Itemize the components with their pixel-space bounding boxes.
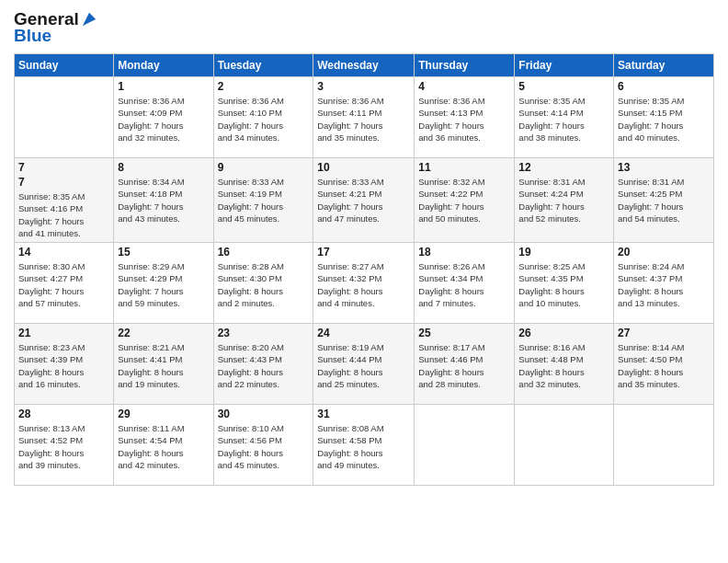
day-number: 10 [317, 161, 410, 174]
day-info: Sunrise: 8:36 AMSunset: 4:11 PMDaylight:… [317, 95, 410, 144]
day-info: Sunrise: 8:08 AMSunset: 4:58 PMDaylight:… [317, 422, 410, 471]
day-number: 3 [317, 80, 410, 93]
calendar-week-5: 28Sunrise: 8:13 AMSunset: 4:52 PMDayligh… [15, 405, 714, 486]
calendar-cell: 14Sunrise: 8:30 AMSunset: 4:27 PMDayligh… [15, 243, 114, 324]
day-info: Sunrise: 8:28 AMSunset: 4:30 PMDaylight:… [218, 260, 310, 309]
day-info: Sunrise: 8:19 AMSunset: 4:44 PMDaylight:… [317, 341, 410, 390]
calendar-cell: 6Sunrise: 8:35 AMSunset: 4:15 PMDaylight… [614, 77, 714, 158]
logo-icon [81, 11, 97, 28]
calendar-week-2: 77Sunrise: 8:35 AMSunset: 4:16 PMDayligh… [15, 158, 714, 243]
day-number: 14 [18, 246, 109, 259]
calendar-cell: 2Sunrise: 8:36 AMSunset: 4:10 PMDaylight… [213, 77, 313, 158]
calendar-cell: 10Sunrise: 8:33 AMSunset: 4:21 PMDayligh… [313, 158, 415, 243]
col-header-wednesday: Wednesday [313, 54, 415, 77]
calendar-week-4: 21Sunrise: 8:23 AMSunset: 4:39 PMDayligh… [15, 324, 714, 405]
day-number: 8 [118, 161, 209, 174]
calendar-cell: 31Sunrise: 8:08 AMSunset: 4:58 PMDayligh… [313, 405, 415, 486]
day-info: Sunrise: 8:35 AMSunset: 4:16 PMDaylight:… [18, 190, 109, 239]
calendar-cell: 26Sunrise: 8:16 AMSunset: 4:48 PMDayligh… [515, 324, 614, 405]
calendar-cell: 17Sunrise: 8:27 AMSunset: 4:32 PMDayligh… [313, 243, 415, 324]
day-number: 27 [618, 327, 710, 339]
calendar-cell: 8Sunrise: 8:34 AMSunset: 4:18 PMDaylight… [114, 158, 213, 243]
calendar-cell: 15Sunrise: 8:29 AMSunset: 4:29 PMDayligh… [114, 243, 213, 324]
day-info: Sunrise: 8:23 AMSunset: 4:39 PMDaylight:… [18, 341, 109, 390]
calendar-cell: 22Sunrise: 8:21 AMSunset: 4:41 PMDayligh… [114, 324, 213, 405]
day-info: Sunrise: 8:24 AMSunset: 4:37 PMDaylight:… [618, 260, 710, 309]
calendar-cell: 23Sunrise: 8:20 AMSunset: 4:43 PMDayligh… [213, 324, 313, 405]
calendar-week-3: 14Sunrise: 8:30 AMSunset: 4:27 PMDayligh… [15, 243, 714, 324]
svg-marker-0 [83, 13, 96, 26]
day-number: 4 [418, 80, 510, 93]
day-number: 20 [618, 246, 710, 259]
day-number: 1 [118, 80, 209, 93]
col-header-sunday: Sunday [15, 54, 114, 77]
day-info: Sunrise: 8:20 AMSunset: 4:43 PMDaylight:… [218, 341, 310, 390]
calendar-cell: 16Sunrise: 8:28 AMSunset: 4:30 PMDayligh… [213, 243, 313, 324]
day-number: 25 [418, 327, 510, 339]
calendar-cell: 20Sunrise: 8:24 AMSunset: 4:37 PMDayligh… [614, 243, 714, 324]
day-info: Sunrise: 8:16 AMSunset: 4:48 PMDaylight:… [518, 341, 609, 390]
day-info: Sunrise: 8:31 AMSunset: 4:24 PMDaylight:… [518, 176, 609, 224]
day-info: Sunrise: 8:26 AMSunset: 4:34 PMDaylight:… [418, 260, 510, 309]
day-info: Sunrise: 8:30 AMSunset: 4:27 PMDaylight:… [18, 260, 109, 309]
day-number: 28 [18, 408, 109, 420]
day-number: 12 [518, 161, 609, 174]
day-number: 23 [218, 327, 310, 339]
calendar-week-1: 1Sunrise: 8:36 AMSunset: 4:09 PMDaylight… [15, 77, 714, 158]
calendar-cell: 77Sunrise: 8:35 AMSunset: 4:16 PMDayligh… [15, 158, 114, 243]
day-number: 16 [218, 246, 310, 259]
day-info: Sunrise: 8:31 AMSunset: 4:25 PMDaylight:… [618, 176, 710, 224]
day-number: 7 [18, 161, 109, 174]
calendar-cell: 3Sunrise: 8:36 AMSunset: 4:11 PMDaylight… [313, 77, 415, 158]
day-info: Sunrise: 8:11 AMSunset: 4:54 PMDaylight:… [118, 422, 209, 471]
day-number: 17 [317, 246, 410, 259]
day-number: 7 [18, 176, 109, 189]
day-info: Sunrise: 8:21 AMSunset: 4:41 PMDaylight:… [118, 341, 209, 390]
day-number: 30 [218, 408, 310, 420]
day-info: Sunrise: 8:17 AMSunset: 4:46 PMDaylight:… [418, 341, 510, 390]
calendar-cell: 19Sunrise: 8:25 AMSunset: 4:35 PMDayligh… [515, 243, 614, 324]
calendar-cell: 29Sunrise: 8:11 AMSunset: 4:54 PMDayligh… [114, 405, 213, 486]
day-number: 5 [518, 80, 609, 93]
day-number: 19 [518, 246, 609, 259]
calendar-cell: 28Sunrise: 8:13 AMSunset: 4:52 PMDayligh… [15, 405, 114, 486]
calendar-cell: 4Sunrise: 8:36 AMSunset: 4:13 PMDaylight… [415, 77, 515, 158]
calendar-cell: 5Sunrise: 8:35 AMSunset: 4:14 PMDaylight… [515, 77, 614, 158]
day-number: 11 [418, 161, 510, 174]
day-info: Sunrise: 8:36 AMSunset: 4:10 PMDaylight:… [218, 95, 310, 144]
calendar-cell: 25Sunrise: 8:17 AMSunset: 4:46 PMDayligh… [415, 324, 515, 405]
calendar-cell [614, 405, 714, 486]
day-info: Sunrise: 8:34 AMSunset: 4:18 PMDaylight:… [118, 176, 209, 224]
page: General Blue SundayMondayTuesdayWednesda… [0, 0, 728, 563]
col-header-tuesday: Tuesday [213, 54, 313, 77]
calendar-cell: 27Sunrise: 8:14 AMSunset: 4:50 PMDayligh… [614, 324, 714, 405]
day-number: 31 [317, 408, 410, 420]
calendar-cell: 18Sunrise: 8:26 AMSunset: 4:34 PMDayligh… [415, 243, 515, 324]
day-info: Sunrise: 8:35 AMSunset: 4:15 PMDaylight:… [618, 95, 710, 144]
calendar-header-row: SundayMondayTuesdayWednesdayThursdayFrid… [15, 54, 714, 77]
col-header-saturday: Saturday [614, 54, 714, 77]
day-info: Sunrise: 8:33 AMSunset: 4:21 PMDaylight:… [317, 176, 410, 224]
day-number: 9 [218, 161, 310, 174]
day-info: Sunrise: 8:29 AMSunset: 4:29 PMDaylight:… [118, 260, 209, 309]
calendar-cell: 30Sunrise: 8:10 AMSunset: 4:56 PMDayligh… [213, 405, 313, 486]
calendar-table: SundayMondayTuesdayWednesdayThursdayFrid… [14, 53, 714, 486]
col-header-thursday: Thursday [415, 54, 515, 77]
calendar-cell: 11Sunrise: 8:32 AMSunset: 4:22 PMDayligh… [415, 158, 515, 243]
day-info: Sunrise: 8:14 AMSunset: 4:50 PMDaylight:… [618, 341, 710, 390]
day-info: Sunrise: 8:13 AMSunset: 4:52 PMDaylight:… [18, 422, 109, 471]
day-number: 24 [317, 327, 410, 339]
day-number: 22 [118, 327, 209, 339]
col-header-monday: Monday [114, 54, 213, 77]
logo: General Blue [14, 9, 97, 46]
calendar-cell [415, 405, 515, 486]
calendar-cell [15, 77, 114, 158]
header: General Blue [14, 9, 714, 46]
calendar-cell: 12Sunrise: 8:31 AMSunset: 4:24 PMDayligh… [515, 158, 614, 243]
day-info: Sunrise: 8:32 AMSunset: 4:22 PMDaylight:… [418, 176, 510, 224]
calendar-cell: 1Sunrise: 8:36 AMSunset: 4:09 PMDaylight… [114, 77, 213, 158]
calendar-cell: 13Sunrise: 8:31 AMSunset: 4:25 PMDayligh… [614, 158, 714, 243]
calendar-cell: 24Sunrise: 8:19 AMSunset: 4:44 PMDayligh… [313, 324, 415, 405]
day-number: 18 [418, 246, 510, 259]
day-info: Sunrise: 8:27 AMSunset: 4:32 PMDaylight:… [317, 260, 410, 309]
